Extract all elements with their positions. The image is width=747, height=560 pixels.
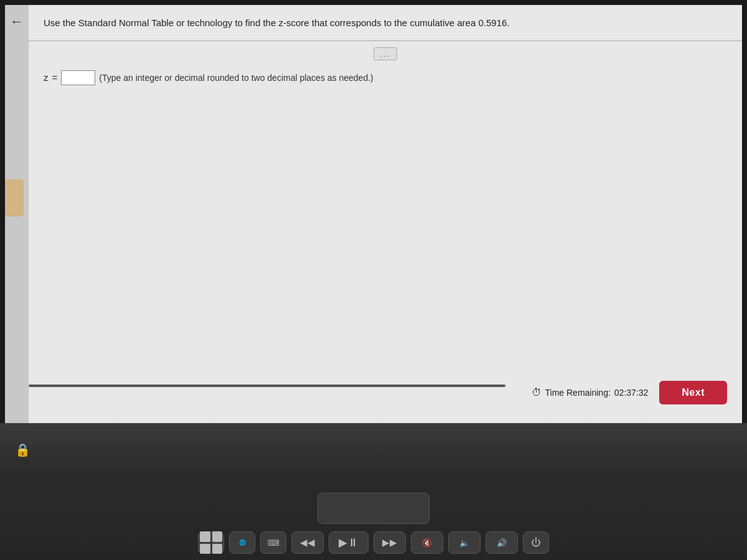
volume-low-key[interactable]: 🔈 <box>448 531 481 554</box>
back-arrow-icon[interactable]: ← <box>10 14 24 30</box>
answer-row: z = (Type an integer or decimal rounded … <box>44 70 727 85</box>
volume-low-icon: 🔈 <box>459 538 469 548</box>
screen-content: ← Use the Standard Normal Table or techn… <box>5 5 742 423</box>
play-pause-key[interactable]: ▶⏸ <box>329 531 369 554</box>
timer-value: 02:37:32 <box>614 388 649 398</box>
power-key[interactable]: ⏻ <box>523 531 549 554</box>
action-row: ⏱ Time Remaining: 02:37:32 Next <box>532 381 727 404</box>
trackpad[interactable] <box>317 493 430 524</box>
rewind-key[interactable]: ◀◀ <box>291 531 324 554</box>
next-button[interactable]: Next <box>659 381 727 404</box>
app-switcher-key[interactable] <box>198 531 224 554</box>
z-answer-input[interactable] <box>61 70 95 85</box>
screen-bezel: ← Use the Standard Normal Table or techn… <box>0 0 747 423</box>
app-switcher-icon <box>200 531 222 554</box>
globe-key[interactable]: 🌐 <box>229 531 255 554</box>
timer-label: Time Remaining: <box>545 388 611 398</box>
fast-forward-key[interactable]: ▶▶ <box>374 531 406 554</box>
ellipsis-button[interactable]: ... <box>374 47 398 60</box>
main-content: Use the Standard Normal Table or technol… <box>29 5 742 423</box>
lock-icon-area: 🔒 <box>15 442 31 457</box>
z-label: z <box>44 72 49 83</box>
sticky-tab <box>5 179 24 217</box>
rewind-icon: ◀◀ <box>300 537 315 548</box>
fast-forward-icon: ▶▶ <box>382 537 397 548</box>
volume-high-icon: 🔊 <box>497 538 507 548</box>
equals-sign: = <box>52 72 58 83</box>
keyboard-key[interactable]: ⌨ <box>260 531 286 554</box>
laptop-bottom: 🔒 🌐 ⌨ ◀◀ ▶⏸ <box>0 423 747 560</box>
lock-icon: 🔒 <box>15 443 31 457</box>
keyboard-row: 🌐 ⌨ ◀◀ ▶⏸ ▶▶ 🔇 🔈 🔊 ⏻ <box>0 531 747 554</box>
volume-high-key[interactable]: 🔊 <box>486 531 518 554</box>
timer-area: ⏱ Time Remaining: 02:37:32 <box>532 387 649 398</box>
mute-icon: 🔇 <box>422 538 432 548</box>
instruction-text: (Type an integer or decimal rounded to t… <box>99 73 373 83</box>
laptop-screen: ← Use the Standard Normal Table or techn… <box>0 0 747 423</box>
top-divider <box>29 40 742 41</box>
keyboard-icon: ⌨ <box>268 538 280 548</box>
globe-icon: 🌐 <box>239 539 246 546</box>
ellipsis-row: ... <box>44 47 727 60</box>
bottom-bar-line <box>29 385 505 387</box>
timer-icon: ⏱ <box>532 387 542 398</box>
power-icon: ⏻ <box>531 537 541 548</box>
play-pause-icon: ▶⏸ <box>339 536 359 549</box>
mute-key[interactable]: 🔇 <box>411 531 443 554</box>
question-text: Use the Standard Normal Table or technol… <box>44 16 727 30</box>
